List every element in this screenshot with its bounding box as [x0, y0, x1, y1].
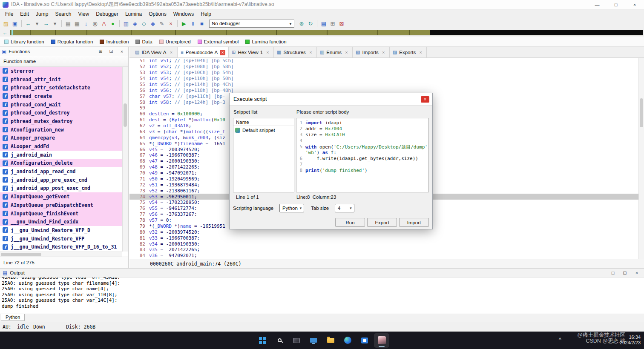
- scrollbar-thumb[interactable]: [124, 103, 127, 127]
- save-file-icon[interactable]: ▣: [11, 19, 19, 28]
- edge-button[interactable]: [340, 333, 355, 348]
- tab-close-icon[interactable]: ×: [344, 49, 349, 55]
- code-line[interactable]: 83v35 = -2071422265;: [129, 247, 638, 253]
- store-button[interactable]: [357, 333, 372, 348]
- tab-hex-view-1[interactable]: ⊞Hex View-1×: [229, 47, 274, 57]
- menu-debugger[interactable]: Debugger: [92, 10, 122, 18]
- menu-search[interactable]: Search: [52, 10, 75, 18]
- tab-exports[interactable]: ▨Exports×: [390, 47, 427, 57]
- attach-process-icon[interactable]: ⊛: [297, 19, 306, 28]
- snippet-item[interactable]: Default snippet: [233, 126, 294, 134]
- function-row[interactable]: fj_android_app_post_exec_cmd: [0, 184, 122, 193]
- code-line[interactable]: 81v33 = -1966700387;: [129, 235, 638, 241]
- code-line[interactable]: 84v36 = -947092071;: [129, 253, 638, 259]
- menu-view[interactable]: View: [75, 10, 92, 18]
- function-row[interactable]: fAConfiguration_new: [0, 126, 122, 134]
- functions-vertical-scrollbar[interactable]: [122, 67, 128, 252]
- script-editor[interactable]: 1import idaapi2addr = 0x70043size = 0x3C…: [296, 118, 429, 192]
- function-row[interactable]: fpthread_cond_wait: [0, 100, 122, 109]
- tray-expand-icon[interactable]: ^: [559, 337, 561, 343]
- code-line[interactable]: 52int v52; // [sp+108h] [bp-58h]: [129, 64, 638, 70]
- function-row[interactable]: fstrerror: [0, 67, 122, 75]
- lumina-icon[interactable]: ●: [109, 19, 117, 28]
- functions-float-icon[interactable]: ⊡: [107, 49, 115, 54]
- functions-dock-icon[interactable]: ⊞: [96, 49, 105, 54]
- xrefs-graph-icon[interactable]: ◆: [149, 19, 157, 28]
- taskbar-clock[interactable]: 16:34 2024/2/23: [620, 335, 641, 346]
- language-select[interactable]: Python ▾: [279, 204, 304, 212]
- maximize-button[interactable]: □: [607, 0, 625, 9]
- snippet-list[interactable]: Name Default snippet: [233, 118, 294, 192]
- bar-chart-icon[interactable]: ▥: [122, 19, 130, 28]
- function-row[interactable]: fj__gnu_Unwind_Restore_VFP_D_16_to_31: [0, 243, 122, 251]
- navigate-forward-icon[interactable]: →: [42, 19, 50, 28]
- this-pc-button[interactable]: [306, 333, 321, 348]
- code-line[interactable]: 51int v51; // [sp+104h] [bp-5Ch]: [129, 58, 638, 64]
- open-file-icon[interactable]: ▨: [2, 19, 10, 28]
- desktop-layout-icon[interactable]: ▦: [73, 19, 81, 28]
- scrollbar-thumb[interactable]: [1, 253, 41, 256]
- function-row[interactable]: fALooper_addFd: [0, 142, 122, 151]
- output-maximize-icon[interactable]: □: [608, 270, 618, 275]
- function-name-column-header[interactable]: Function name: [0, 56, 128, 67]
- search-button[interactable]: [272, 333, 287, 348]
- function-row[interactable]: fj__gnu_Unwind_Restore_VFP_D: [0, 226, 122, 235]
- menu-windows[interactable]: Windows: [170, 10, 198, 18]
- functions-horizontal-scrollbar[interactable]: [0, 252, 122, 257]
- start-button[interactable]: [255, 333, 270, 348]
- script-command-icon[interactable]: ✎: [158, 19, 166, 28]
- tab-close-icon[interactable]: ×: [220, 50, 225, 55]
- tab-enums[interactable]: ▥Enums×: [317, 47, 353, 57]
- task-view-button[interactable]: [289, 333, 304, 348]
- output-float-icon[interactable]: ⊡: [620, 270, 630, 276]
- function-row[interactable]: fAConfiguration_delete: [0, 159, 122, 168]
- dialog-close-icon[interactable]: ×: [421, 96, 429, 103]
- dialog-export-button[interactable]: Export: [367, 218, 397, 227]
- add-window-icon[interactable]: ⊞: [328, 19, 337, 28]
- output-log[interactable]: 43A18: using guessed type void *off_43A1…: [0, 277, 644, 314]
- tab-structures[interactable]: ▦Structures×: [274, 47, 317, 57]
- tab-close-icon[interactable]: ×: [381, 49, 386, 55]
- code-line[interactable]: 54int v54; // [sp+110h] [bp-50h]: [129, 76, 638, 82]
- tab-size-select[interactable]: 4 ▾: [335, 204, 354, 212]
- function-row[interactable]: fpthread_create: [0, 92, 122, 100]
- tab-python[interactable]: Python: [1, 314, 25, 321]
- snippet-list-name-header[interactable]: Name: [233, 118, 294, 126]
- navigate-back-menu-icon[interactable]: ▾: [33, 19, 41, 28]
- scrollbar-thumb[interactable]: [640, 98, 643, 127]
- cancel-process-icon[interactable]: ■: [198, 19, 206, 28]
- debugger-select[interactable]: No debugger▾: [209, 20, 294, 28]
- menu-jump[interactable]: Jump: [32, 10, 52, 18]
- function-row[interactable]: fj_android_main: [0, 151, 122, 159]
- search-icon[interactable]: ◎: [91, 19, 99, 28]
- file-explorer-button[interactable]: [323, 333, 338, 348]
- continue-process-icon[interactable]: ▶: [180, 19, 188, 28]
- code-vertical-scrollbar[interactable]: [638, 58, 644, 259]
- tab-imports[interactable]: ▧Imports×: [353, 47, 390, 57]
- menu-lumina[interactable]: Lumina: [122, 10, 145, 18]
- function-row[interactable]: fj_android_app_pre_exec_cmd: [0, 176, 122, 184]
- close-button[interactable]: ×: [625, 0, 644, 9]
- navigate-back-icon[interactable]: ←: [24, 19, 32, 28]
- navband[interactable]: [10, 30, 643, 35]
- code-line[interactable]: 82v34 = -2000190330;: [129, 241, 638, 247]
- navigate-forward-menu-icon[interactable]: ▾: [51, 19, 59, 28]
- database-view-icon[interactable]: ▤: [319, 19, 328, 28]
- function-row[interactable]: fAInputQueue_getEvent: [0, 192, 122, 201]
- cancel-action-icon[interactable]: ×: [167, 19, 175, 28]
- dialog-import-button[interactable]: Import: [399, 218, 429, 227]
- tab-close-icon[interactable]: ×: [308, 49, 313, 55]
- function-row[interactable]: fj__gnu_Unwind_Restore_VFP: [0, 235, 122, 243]
- strings-window-icon[interactable]: A: [100, 19, 108, 28]
- window-list-icon[interactable]: ▤: [64, 19, 72, 28]
- menu-help[interactable]: Help: [197, 10, 215, 18]
- function-row[interactable]: fpthread_cond_destroy: [0, 109, 122, 117]
- code-line[interactable]: 53int v53; // [sp+10Ch] [bp-54h]: [129, 70, 638, 76]
- call-graph-icon[interactable]: ◇: [140, 19, 148, 28]
- dialog-run-button[interactable]: Run: [335, 218, 365, 227]
- function-row[interactable]: fpthread_attr_init: [0, 75, 122, 84]
- functions-close-icon[interactable]: ×: [118, 49, 126, 54]
- menu-file[interactable]: File: [2, 10, 17, 18]
- output-close-icon[interactable]: ×: [632, 270, 641, 275]
- flow-chart-icon[interactable]: ◈: [131, 19, 139, 28]
